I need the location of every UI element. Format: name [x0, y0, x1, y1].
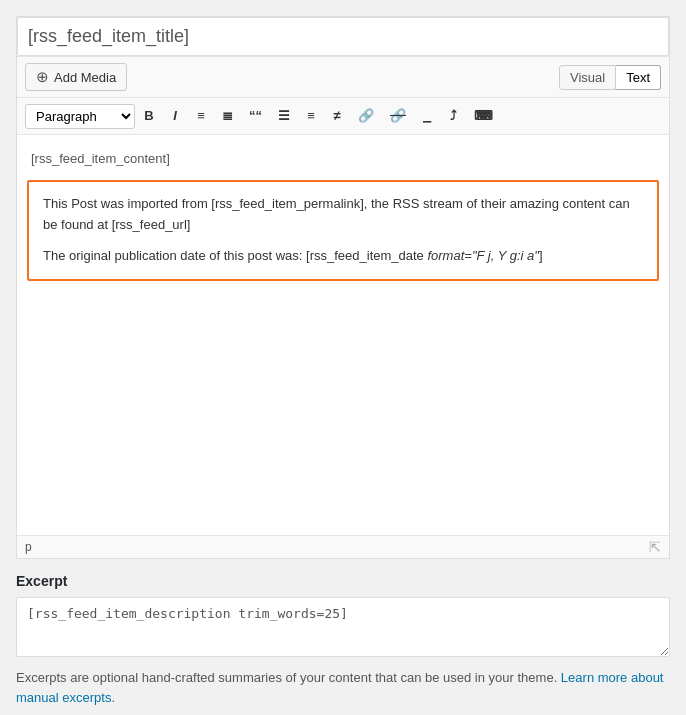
align-left-button[interactable]: ☰ — [271, 103, 297, 129]
para2-italic: format="F j, Y g:i a" — [427, 248, 538, 263]
blockquote-button[interactable]: ““ — [242, 103, 269, 129]
highlighted-para-2: The original publication date of this po… — [43, 246, 643, 267]
media-bar: ⊕ Add Media Visual Text — [17, 56, 669, 98]
visual-tab[interactable]: Visual — [559, 65, 616, 90]
insert-button[interactable]: ⎯ — [415, 103, 439, 129]
format-select[interactable]: ParagraphHeading 1Heading 2Heading 3Head… — [25, 104, 135, 129]
keyboard-button[interactable]: ⌨ — [467, 103, 500, 129]
para2-prefix: The original publication date of this po… — [43, 248, 427, 263]
shortcode-line: [rss_feed_item_content] — [27, 145, 659, 172]
align-center-button[interactable]: ≡ — [299, 103, 323, 129]
fullscreen-button[interactable]: ⤴ — [441, 103, 465, 129]
para2-suffix: ] — [539, 248, 543, 263]
view-switcher: Visual Text — [559, 65, 661, 90]
excerpt-note-text: Excerpts are optional hand-crafted summa… — [16, 670, 561, 685]
add-media-label: Add Media — [54, 70, 116, 85]
html-tag-indicator: p — [25, 540, 32, 554]
insert-link-button[interactable]: 🔗 — [351, 103, 381, 129]
resize-handle[interactable]: ⇱ — [649, 539, 661, 555]
align-right-button[interactable]: ≠ — [325, 103, 349, 129]
unordered-list-button[interactable]: ≡ — [189, 103, 213, 129]
excerpt-section: Excerpt [rss_feed_item_description trim_… — [16, 559, 670, 707]
editor-content-area[interactable]: [rss_feed_item_content] This Post was im… — [17, 135, 669, 535]
bold-button[interactable]: B — [137, 103, 161, 129]
add-media-button[interactable]: ⊕ Add Media — [25, 63, 127, 91]
italic-button[interactable]: I — [163, 103, 187, 129]
editor-status-bar: p ⇱ — [17, 535, 669, 558]
excerpt-note: Excerpts are optional hand-crafted summa… — [16, 668, 670, 707]
excerpt-label: Excerpt — [16, 573, 670, 589]
ordered-list-button[interactable]: ≣ — [215, 103, 240, 129]
add-media-icon: ⊕ — [36, 68, 49, 86]
highlighted-para-1: This Post was imported from [rss_feed_it… — [43, 194, 643, 236]
editor-toolbar: ParagraphHeading 1Heading 2Heading 3Head… — [17, 98, 669, 135]
text-tab[interactable]: Text — [616, 65, 661, 90]
post-title-input[interactable] — [17, 17, 669, 56]
remove-link-button[interactable]: 🔗 — [383, 103, 413, 129]
highlighted-content-block[interactable]: This Post was imported from [rss_feed_it… — [27, 180, 659, 280]
excerpt-textarea[interactable]: [rss_feed_item_description trim_words=25… — [16, 597, 670, 657]
excerpt-note-period: . — [111, 690, 115, 705]
